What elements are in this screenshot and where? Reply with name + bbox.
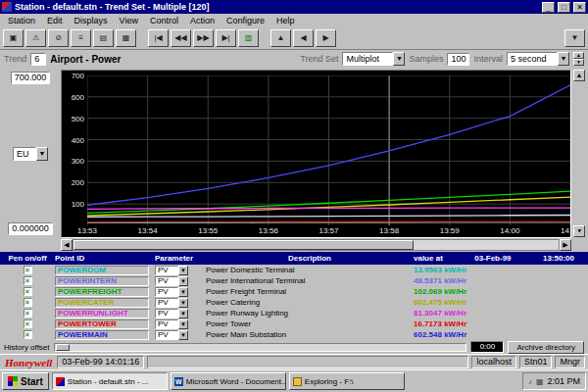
system-status-icon[interactable]: ▤ <box>93 29 114 47</box>
scroll-left-icon[interactable]: ◀ <box>61 239 73 251</box>
point-id[interactable]: POWERTOWER <box>55 319 149 329</box>
vertical-scrollbar[interactable]: ▲ ▼ <box>573 70 586 251</box>
plot-canvas[interactable] <box>87 75 570 225</box>
parameter-dropdown[interactable]: PV▼ <box>155 309 192 318</box>
message-summary-icon[interactable]: ≡ <box>71 29 91 47</box>
alarm-summary-icon[interactable]: ▣ <box>3 29 24 47</box>
parameter-value: PV <box>155 319 178 329</box>
menu-view[interactable]: View <box>114 16 144 25</box>
maximize-button[interactable]: □ <box>558 2 570 13</box>
scroll-up-icon[interactable]: ▲ <box>573 70 585 81</box>
point-description: Power Catering <box>206 298 414 307</box>
samples-field[interactable]: 100 <box>447 53 469 66</box>
table-row: ✕ POWERCATER PV▼ Power Catering 602.475 … <box>0 297 588 308</box>
parameter-dropdown[interactable]: PV▼ <box>155 287 192 297</box>
archive-directory-button[interactable]: Archive directory <box>508 341 584 354</box>
bar-chart-icon[interactable]: ▥ <box>238 29 259 47</box>
options-icon[interactable]: ▼ <box>564 29 585 47</box>
point-value: 602.548 kW/Hr <box>414 330 588 339</box>
print-icon[interactable]: ▦ <box>116 29 136 47</box>
task-label: Exploring - F:\ <box>305 377 354 386</box>
pen-checkbox[interactable]: ✕ <box>24 309 32 318</box>
start-button[interactable]: Start <box>2 372 49 390</box>
menu-help[interactable]: Help <box>270 16 301 25</box>
menu-action[interactable]: Action <box>184 16 220 25</box>
chevron-down-icon[interactable]: ▼ <box>178 287 188 297</box>
chevron-down-icon[interactable]: ▼ <box>178 298 188 308</box>
volume-icon[interactable]: ♪ <box>528 377 532 386</box>
taskbar-task-explorer[interactable]: Exploring - F:\ <box>289 372 405 390</box>
point-id[interactable]: POWERDOM <box>55 266 149 275</box>
taskbar-task-word[interactable]: W Microsoft Word - Document... <box>171 372 286 390</box>
chevron-down-icon[interactable]: ▼ <box>393 52 405 66</box>
pen-checkbox[interactable]: ✕ <box>24 298 32 307</box>
spin-up-icon[interactable]: ▲ <box>573 52 584 59</box>
alarm-bell-icon[interactable]: ⚠ <box>25 29 46 47</box>
chevron-down-icon[interactable]: ▼ <box>178 266 188 275</box>
page-back-icon[interactable]: ◀◀ <box>171 29 191 47</box>
zoom-in-icon[interactable]: ▶ <box>316 29 336 47</box>
menu-station[interactable]: Station <box>2 16 41 25</box>
taskbar-task-station[interactable]: Station - default.stn - ... <box>52 372 168 390</box>
parameter-dropdown[interactable]: PV▼ <box>155 266 192 275</box>
chevron-down-icon[interactable]: ▼ <box>36 147 48 161</box>
chevron-down-icon[interactable]: ▼ <box>178 309 188 318</box>
parameter-dropdown[interactable]: PV▼ <box>155 276 192 286</box>
y-max-field[interactable]: 700.000 <box>11 72 51 84</box>
close-button[interactable]: ✕ <box>573 2 586 13</box>
menu-displays[interactable]: Displays <box>69 16 114 25</box>
first-page-icon[interactable]: |◀ <box>148 29 169 47</box>
scrollbar-thumb[interactable] <box>74 240 414 250</box>
history-offset-label: History offset <box>4 343 50 352</box>
scroll-up-icon[interactable]: ▲ <box>270 29 291 47</box>
chevron-down-icon[interactable]: ▼ <box>178 330 188 340</box>
zoom-out-icon[interactable]: ◀ <box>293 29 314 47</box>
trend-plot[interactable]: 100200300400500600700 13:5313:5413:5513:… <box>61 70 571 238</box>
parameter-value: PV <box>155 276 178 286</box>
pen-checkbox[interactable]: ✕ <box>24 276 32 285</box>
point-id[interactable]: POWERINTERN <box>55 276 149 286</box>
chevron-down-icon[interactable]: ▼ <box>558 52 569 66</box>
menu-bar: Station Edit Displays View Control Actio… <box>0 14 588 26</box>
menu-configure[interactable]: Configure <box>220 16 270 25</box>
point-id[interactable]: POWERRUNLIGHT <box>55 309 149 318</box>
point-description: Power Domestic Terminal <box>206 266 414 274</box>
status-message-zone <box>147 356 468 368</box>
scroll-right-icon[interactable]: ▶ <box>560 239 571 251</box>
menu-edit[interactable]: Edit <box>41 16 69 25</box>
menu-control[interactable]: Control <box>144 16 184 25</box>
history-offset-row: History offset 0:00 Archive directory <box>0 340 588 354</box>
chevron-down-icon[interactable]: ▼ <box>178 276 188 286</box>
scrollbar-track[interactable] <box>73 239 560 251</box>
interval-dropdown[interactable]: 5 second ▼ <box>507 52 569 66</box>
silence-alarm-icon[interactable]: ⊘ <box>48 29 69 47</box>
title-bar: Station - default.stn - Trend Set - Mult… <box>0 0 588 14</box>
point-id[interactable]: POWERMAIN <box>55 330 149 340</box>
pen-checkbox[interactable]: ✕ <box>24 319 32 328</box>
page-forward-icon[interactable]: ▶▶ <box>193 29 214 47</box>
table-row: ✕ POWERDOM PV▼ Power Domestic Terminal 1… <box>0 265 588 275</box>
chevron-down-icon[interactable]: ▼ <box>178 319 188 329</box>
pen-checkbox[interactable]: ✕ <box>24 266 32 274</box>
y-min-field[interactable]: 0.000000 <box>8 222 53 235</box>
point-id[interactable]: POWERFREIGHT <box>55 287 149 297</box>
parameter-dropdown[interactable]: PV▼ <box>155 298 192 308</box>
pen-checkbox[interactable]: ✕ <box>24 287 32 296</box>
display-icon[interactable]: ▦ <box>536 377 544 386</box>
horizontal-scrollbar[interactable]: ◀ ▶ <box>61 239 571 251</box>
last-page-icon[interactable]: ▶| <box>216 29 236 47</box>
header-pen: Pen on/off <box>0 254 55 263</box>
slider-thumb[interactable] <box>56 344 70 351</box>
x-axis-labels: 13:5313:5413:5513:5613:5713:5813:5914:00… <box>87 225 570 237</box>
parameter-dropdown[interactable]: PV▼ <box>155 330 192 340</box>
point-id[interactable]: POWERCATER <box>55 298 149 308</box>
spin-down-icon[interactable]: ▼ <box>573 59 584 66</box>
pen-checkbox[interactable]: ✕ <box>24 330 32 339</box>
parameter-dropdown[interactable]: PV▼ <box>155 319 192 329</box>
window-title: Station - default.stn - Trend Set - Mult… <box>15 2 539 12</box>
trend-number-field[interactable]: 6 <box>30 53 46 66</box>
minimize-button[interactable]: _ <box>542 2 555 13</box>
eu-dropdown[interactable]: EU ▼ <box>13 147 48 161</box>
trend-set-dropdown[interactable]: Multiplot ▼ <box>342 52 405 66</box>
history-offset-slider[interactable] <box>54 343 467 352</box>
